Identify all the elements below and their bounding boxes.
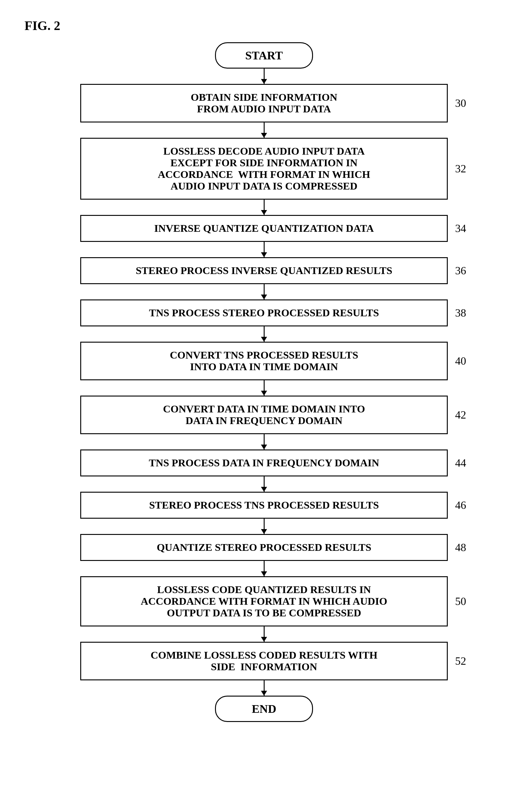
process-32: LOSSLESS DECODE AUDIO INPUT DATAEXCEPT F… — [80, 138, 448, 200]
arrow-7 — [264, 434, 265, 449]
process-52: COMBINE LOSSLESS CODED RESULTS WITHSIDE … — [80, 642, 448, 680]
arrow-9 — [264, 519, 265, 534]
row-52: COMBINE LOSSLESS CODED RESULTS WITHSIDE … — [25, 642, 503, 680]
row-50: LOSSLESS CODE QUANTIZED RESULTS INACCORD… — [25, 576, 503, 626]
arrow-1 — [264, 122, 265, 138]
arrow-4 — [264, 284, 265, 300]
process-48: QUANTIZE STEREO PROCESSED RESULTS — [80, 534, 448, 561]
step-label-44: 44 — [455, 456, 466, 469]
process-30: OBTAIN SIDE INFORMATIONFROM AUDIO INPUT … — [80, 84, 448, 122]
process-44: TNS PROCESS DATA IN FREQUENCY DOMAIN — [80, 449, 448, 476]
row-44: TNS PROCESS DATA IN FREQUENCY DOMAIN 44 — [25, 449, 503, 476]
process-40: CONVERT TNS PROCESSED RESULTSINTO DATA I… — [80, 342, 448, 380]
end-terminal: END — [215, 696, 313, 722]
row-48: QUANTIZE STEREO PROCESSED RESULTS 48 — [25, 534, 503, 561]
process-50: LOSSLESS CODE QUANTIZED RESULTS INACCORD… — [80, 576, 448, 626]
row-34: INVERSE QUANTIZE QUANTIZATION DATA 34 — [25, 215, 503, 242]
process-36: STEREO PROCESS INVERSE QUANTIZED RESULTS — [80, 257, 448, 284]
arrow-11 — [264, 626, 265, 642]
process-46: STEREO PROCESS TNS PROCESSED RESULTS — [80, 492, 448, 519]
arrow-2 — [264, 200, 265, 215]
start-terminal: START — [215, 42, 313, 69]
row-38: TNS PROCESS STEREO PROCESSED RESULTS 38 — [25, 300, 503, 327]
arrow-6 — [264, 380, 265, 395]
arrow-5 — [264, 327, 265, 342]
row-46: STEREO PROCESS TNS PROCESSED RESULTS 46 — [25, 492, 503, 519]
step-label-30: 30 — [455, 97, 466, 110]
process-34: INVERSE QUANTIZE QUANTIZATION DATA — [80, 215, 448, 242]
row-36: STEREO PROCESS INVERSE QUANTIZED RESULTS… — [25, 257, 503, 284]
row-42: CONVERT DATA IN TIME DOMAIN INTODATA IN … — [25, 395, 503, 434]
flowchart: START OBTAIN SIDE INFORMATIONFROM AUDIO … — [25, 42, 503, 722]
figure-label: FIG. 2 — [25, 18, 503, 33]
step-label-42: 42 — [455, 408, 466, 421]
step-label-36: 36 — [455, 264, 466, 277]
step-label-40: 40 — [455, 354, 466, 367]
step-label-34: 34 — [455, 222, 466, 235]
row-30: OBTAIN SIDE INFORMATIONFROM AUDIO INPUT … — [25, 84, 503, 122]
process-42: CONVERT DATA IN TIME DOMAIN INTODATA IN … — [80, 395, 448, 434]
arrow-10 — [264, 561, 265, 576]
arrow-12 — [264, 680, 265, 696]
step-label-48: 48 — [455, 541, 466, 554]
step-label-46: 46 — [455, 499, 466, 512]
row-40: CONVERT TNS PROCESSED RESULTSINTO DATA I… — [25, 342, 503, 380]
arrow-3 — [264, 242, 265, 257]
step-label-52: 52 — [455, 655, 466, 667]
arrow-8 — [264, 476, 265, 492]
arrow-0 — [264, 69, 265, 84]
row-32: LOSSLESS DECODE AUDIO INPUT DATAEXCEPT F… — [25, 138, 503, 200]
step-label-32: 32 — [455, 162, 466, 175]
step-label-38: 38 — [455, 306, 466, 319]
process-38: TNS PROCESS STEREO PROCESSED RESULTS — [80, 300, 448, 327]
step-label-50: 50 — [455, 595, 466, 608]
